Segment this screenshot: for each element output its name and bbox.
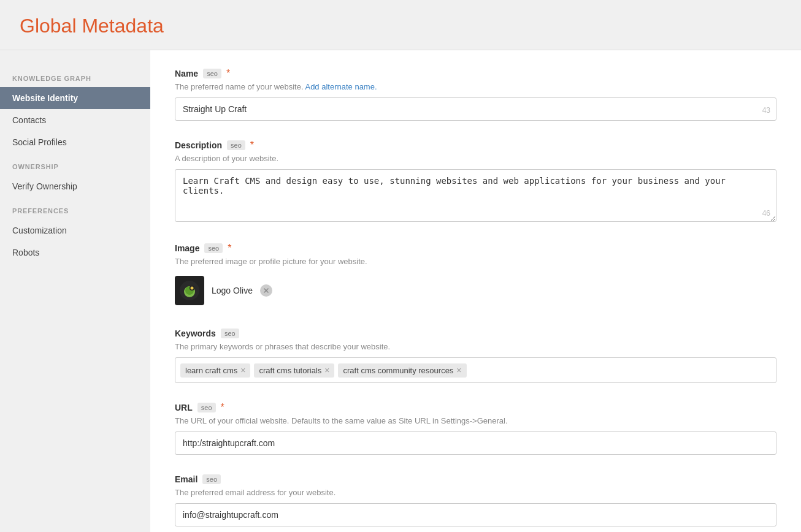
url-field-group: URL seo * The URL of your official websi… [175,403,776,455]
add-alternate-name-link[interactable]: Add alternate name. [305,82,377,91]
description-seo-badge: seo [227,140,245,150]
email-label: Email [175,474,197,484]
image-required-star: * [228,243,231,253]
url-description: The URL of your official website. Defaul… [175,416,776,425]
image-filename: Logo Olive [212,286,253,295]
url-required-star: * [221,403,224,412]
email-description: The preferred email address for your web… [175,488,776,497]
email-input[interactable] [175,503,776,526]
name-input[interactable] [175,97,776,121]
svg-point-4 [191,287,194,290]
remove-tag-craft-cms-tutorials[interactable]: × [324,366,329,374]
keywords-tags-input[interactable]: learn craft cms × craft cms tutorials × … [175,357,776,383]
sidebar-section-knowledge-graph: Knowledge Graph [0,65,150,87]
sidebar-section-ownership: Ownership [0,153,150,175]
description-required-star: * [250,140,254,150]
keywords-description: The primary keywords or phrases that des… [175,342,776,351]
url-input[interactable] [175,431,776,455]
remove-tag-learn-craft-cms[interactable]: × [240,366,245,374]
description-input[interactable]: Learn Craft CMS and design easy to use, … [175,169,776,222]
name-description: The preferred name of your website. Add … [175,82,776,91]
image-seo-badge: seo [204,243,223,253]
tag-learn-craft-cms: learn craft cms × [180,363,250,378]
tag-craft-cms-tutorials: craft cms tutorials × [254,363,334,378]
page-title: Global Metadata [20,15,781,37]
description-field-group: Description seo * A description of your … [175,140,776,224]
image-field-group: Image seo * The preferred image or profi… [175,243,776,309]
sidebar-item-verify-ownership[interactable]: Verify Ownership [0,175,150,197]
image-description: The preferred image or profile picture f… [175,257,776,266]
keywords-seo-badge: seo [221,329,239,338]
url-label: URL [175,403,193,412]
url-seo-badge: seo [197,403,216,412]
main-content: Name seo * The preferred name of your we… [150,50,801,532]
sidebar-item-website-identity[interactable]: Website Identity [0,87,150,109]
remove-tag-craft-cms-community-resources[interactable]: × [456,366,461,374]
keywords-label: Keywords [175,329,216,338]
name-seo-badge: seo [203,69,221,78]
tag-craft-cms-community-resources: craft cms community resources × [338,363,466,378]
tag-label: learn craft cms [185,366,237,375]
image-thumbnail [175,276,204,305]
name-label: Name [175,69,198,78]
description-description: A description of your website. [175,154,776,163]
description-label: Description [175,140,222,150]
remove-image-button[interactable] [260,284,272,297]
name-required-star: * [226,69,230,78]
name-char-count: 43 [762,106,770,115]
sidebar: Knowledge Graph Website Identity Contact… [0,50,150,532]
sidebar-item-customization[interactable]: Customization [0,219,150,241]
sidebar-item-robots[interactable]: Robots [0,241,150,264]
tag-label: craft cms tutorials [259,366,321,375]
email-field-group: Email seo The preferred email address fo… [175,474,776,526]
tag-label: craft cms community resources [343,366,453,375]
name-field-group: Name seo * The preferred name of your we… [175,69,776,121]
image-preview-row: Logo Olive [175,272,776,309]
description-char-count: 46 [762,209,770,218]
image-label: Image [175,243,199,253]
sidebar-item-social-profiles[interactable]: Social Profiles [0,131,150,153]
email-seo-badge: seo [202,474,221,484]
sidebar-section-preferences: Preferences [0,197,150,219]
sidebar-item-contacts[interactable]: Contacts [0,109,150,131]
keywords-field-group: Keywords seo The primary keywords or phr… [175,329,776,383]
